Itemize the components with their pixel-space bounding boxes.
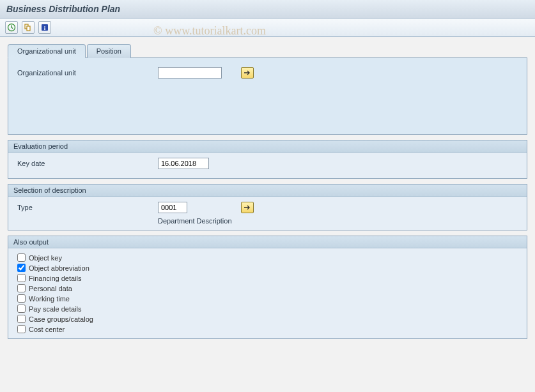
checkbox-row: Object abbreviation [17, 264, 518, 272]
title-bar: Business Distribution Plan [0, 0, 535, 19]
variant-icon [24, 23, 33, 32]
checkbox-row: Cost center [17, 325, 518, 333]
type-select-button[interactable] [241, 202, 254, 213]
checkbox-row: Working time [17, 294, 518, 303]
checkbox-row: Case groups/catalog [17, 315, 518, 323]
output-checkbox[interactable] [17, 305, 26, 313]
arrow-right-icon [244, 204, 251, 211]
output-checkbox-label: Working time [29, 295, 70, 303]
row-org-unit: Organizational unit [17, 67, 518, 79]
output-checkbox[interactable] [17, 284, 26, 292]
tab-panel-org-unit: Organizational unit [8, 58, 527, 135]
type-input[interactable] [158, 202, 187, 213]
info-button[interactable]: i [38, 21, 51, 34]
output-checkbox[interactable] [17, 325, 26, 333]
output-checkbox-label: Object key [29, 254, 62, 262]
org-unit-select-button[interactable] [241, 67, 254, 79]
tab-position[interactable]: Position [87, 44, 131, 58]
toolbar: i [0, 19, 535, 37]
group-selection-description: Selection of description Type Department… [8, 184, 527, 230]
svg-rect-2 [27, 26, 30, 31]
key-date-label: Key date [17, 160, 158, 167]
page-title: Business Distribution Plan [6, 4, 120, 14]
type-description: Department Description [158, 217, 518, 225]
get-variant-button[interactable] [22, 21, 35, 34]
clock-execute-icon [7, 23, 16, 32]
tab-strip: Organizational unit Position [8, 43, 527, 58]
output-checkbox[interactable] [17, 294, 26, 303]
checkbox-row: Personal data [17, 284, 518, 292]
org-unit-label: Organizational unit [17, 69, 158, 77]
group-also-output: Also output Object keyObject abbreviatio… [8, 236, 527, 339]
output-checkbox[interactable] [17, 274, 26, 282]
output-checkbox-label: Personal data [29, 285, 72, 292]
info-icon: i [40, 23, 49, 32]
group-header-also-output: Also output [8, 236, 527, 248]
output-checkbox-label: Financing details [29, 275, 82, 282]
org-unit-input[interactable] [158, 67, 222, 79]
group-header-selection: Selection of description [8, 185, 527, 197]
type-label: Type [17, 204, 158, 211]
output-checkbox-label: Pay scale details [29, 305, 82, 313]
output-checkbox-label: Object abbreviation [29, 264, 89, 272]
checkbox-list: Object keyObject abbreviationFinancing d… [17, 253, 518, 333]
output-checkbox-label: Cost center [29, 326, 65, 333]
tab-org-unit[interactable]: Organizational unit [8, 44, 86, 58]
output-checkbox[interactable] [17, 253, 26, 262]
arrow-right-icon [244, 70, 251, 76]
checkbox-row: Object key [17, 253, 518, 262]
checkbox-row: Financing details [17, 274, 518, 282]
output-checkbox[interactable] [17, 315, 26, 323]
checkbox-row: Pay scale details [17, 305, 518, 313]
key-date-input[interactable] [158, 158, 209, 169]
content: Organizational unit Position Organizatio… [0, 37, 535, 344]
group-header-evaluation: Evaluation period [8, 140, 527, 153]
group-evaluation-period: Evaluation period Key date [8, 140, 527, 179]
output-checkbox[interactable] [17, 264, 26, 272]
execute-button[interactable] [5, 21, 18, 34]
output-checkbox-label: Case groups/catalog [29, 315, 93, 323]
